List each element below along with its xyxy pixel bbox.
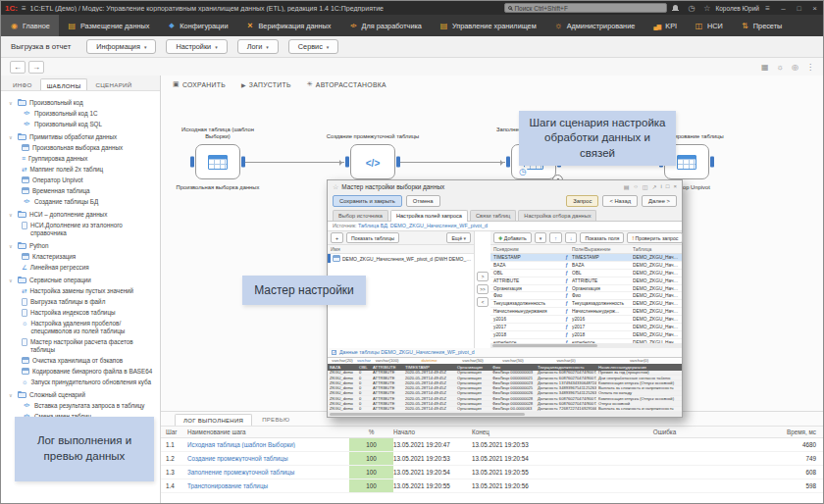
dialog-control-icon[interactable]: [624, 183, 630, 190]
next-button[interactable]: Далее >: [642, 195, 677, 207]
tree-item[interactable]: ∨ Настройка замены пустых значений: [3, 285, 158, 296]
add-field-dropdown[interactable]: ▾: [535, 232, 547, 243]
tree-item[interactable]: ∨ Кодирование бинарного файла в BASE64: [3, 366, 158, 377]
log-step-link[interactable]: Транспонирование таблицы: [187, 482, 349, 489]
field-row[interactable]: у2017 у2017 DEMO_ZKGU_Начисления_WF_pivo…: [490, 324, 682, 331]
flow-node-create-table[interactable]: [350, 144, 395, 179]
field-row[interactable]: OBL OBL DEMO_ZKGU_Начисления_WF_pivot_d: [490, 270, 682, 277]
field-row[interactable]: у2018 у2018 DEMO_ZKGU_Начисления_WF_pivo…: [490, 331, 682, 339]
window-control-icon[interactable]: [795, 4, 803, 13]
tree-item[interactable]: ∨ Временная таблица: [3, 185, 158, 196]
dialog-control-icon[interactable]: [633, 183, 639, 190]
tree-item[interactable]: ∨ НСИ – дополнение данных: [3, 209, 158, 220]
tree-item[interactable]: ∨ НСИ.Дополнение из эталонного справочни…: [3, 220, 158, 238]
column-header[interactable]: Начисленныеудержания: [596, 365, 682, 370]
dialog-control-icon[interactable]: [666, 183, 670, 190]
transfer-button[interactable]: <: [477, 297, 489, 307]
tree-item[interactable]: ∨ Настройка индексов таблицы: [3, 307, 158, 318]
main-menu-icon[interactable]: ≡: [22, 4, 26, 13]
menu-tab[interactable]: Администрирование: [545, 15, 644, 36]
tree-item[interactable]: ∨ Запуск принудительного обновления куба: [3, 377, 158, 387]
dialog-tab[interactable]: Связи таблиц: [470, 210, 516, 221]
flow-node-source-table[interactable]: [195, 144, 240, 179]
column-header[interactable]: Текущаязадолженность: [536, 365, 596, 370]
tree-item[interactable]: ∨ Python: [3, 240, 158, 251]
log-row[interactable]: 1.2 Создание промежуточной таблицы 100 1…: [161, 452, 823, 466]
menu-tab[interactable]: Конфигурации: [158, 15, 236, 36]
field-row[interactable]: BAZA BAZA DEMO_ZKGU_Начисления_WF_pivot_…: [490, 262, 682, 270]
dialog-tab[interactable]: Настройка отбора данных: [518, 210, 596, 221]
tree-item[interactable]: ∨ Сервисные операции: [3, 275, 158, 285]
column-header[interactable]: Фио: [490, 365, 536, 370]
tree-item[interactable]: ∨ Вставка результата запроса в таблицу: [3, 400, 158, 411]
log-row[interactable]: 1.4 Транспонирование таблицы 100 13.05.2…: [161, 479, 823, 493]
titlebar-icon[interactable]: [687, 4, 695, 13]
menu-tab[interactable]: Управление хранилищем: [431, 15, 545, 36]
move-up-button[interactable]: ↑: [549, 232, 562, 243]
toolbar-dropdown-button[interactable]: Логи▾: [237, 39, 279, 54]
table-row[interactable]: DEMO_ZKGU_Начисления_WF_pivot_d (DWH DEM…: [328, 254, 474, 263]
log-row[interactable]: 1.3 Заполнение промежуточной таблицы 100…: [161, 466, 823, 479]
field-row[interactable]: Текущаязадолженность Текущаязадолженност…: [490, 300, 682, 308]
checkbox-checked-icon[interactable]: [332, 350, 336, 355]
log-step-link[interactable]: Создание промежуточной таблицы: [187, 455, 349, 462]
tree-item[interactable]: ∨ Выгрузка таблицы в файл: [3, 296, 158, 307]
more-button[interactable]: Ещё ▾: [446, 232, 471, 243]
menu-tab[interactable]: Верификация данных: [236, 15, 339, 36]
window-control-icon[interactable]: [810, 4, 819, 13]
check-query-button[interactable]: ! Проверить запрос: [627, 232, 683, 243]
back-button[interactable]: < Назад: [602, 195, 638, 207]
field-row[interactable]: Организация Организация DEMO_ZKGU_Начисл…: [490, 285, 682, 293]
toolbar-dropdown-button[interactable]: Информация▾: [86, 39, 156, 54]
tree-item[interactable]: ∨ Группировка данных: [3, 153, 158, 164]
chevron-down-icon[interactable]: ∨: [9, 242, 15, 250]
field-row[interactable]: у2016 у2016 DEMO_ZKGU_Начисления_WF_pivo…: [490, 316, 682, 324]
nav-forward-button[interactable]: →: [28, 61, 44, 74]
menu-tab[interactable]: Главное: [1, 15, 59, 36]
transfer-button[interactable]: >>: [477, 284, 489, 294]
source-table-link[interactable]: Таблица БД. DEMO_ZKGU_Начисления_WF_pivo…: [358, 223, 488, 228]
tree-item[interactable]: ∨ Настройка удаления пробелов/ спецсимво…: [3, 318, 158, 336]
column-header[interactable]: BAZA: [328, 365, 357, 370]
menu-tab[interactable]: Пресеты: [732, 15, 791, 36]
chevron-down-icon[interactable]: ∨: [9, 133, 15, 141]
tree-item[interactable]: ∨ Очистка хранилища от бэкапов: [3, 355, 158, 366]
save-close-button[interactable]: Сохранить и закрыть: [333, 195, 402, 207]
chevron-down-icon[interactable]: ∨: [9, 391, 15, 399]
field-row[interactable]: Фио Фио DEMO_ZKGU_Начисления_WF_pivot_d: [490, 292, 682, 300]
field-row[interactable]: Начисленныеудержания Начисленныеудерж...…: [490, 308, 682, 316]
dialog-control-icon[interactable]: [661, 183, 662, 190]
menu-tab[interactable]: Размещение данных: [59, 15, 158, 36]
tree-item[interactable]: ∨ Произвольная выборка данных: [3, 142, 158, 153]
tree-item[interactable]: ∨ Оператор Unpivot: [3, 175, 158, 185]
chevron-down-icon[interactable]: ∨: [9, 211, 15, 219]
dialog-control-icon[interactable]: [673, 183, 677, 190]
column-header[interactable]: ATTRIBUTE: [371, 365, 403, 370]
tree-item[interactable]: ∨ Создание таблицы БД: [3, 196, 158, 207]
form-action-icon[interactable]: [761, 63, 769, 72]
menu-tab[interactable]: KPI: [644, 15, 686, 36]
canvas-action-button[interactable]: СОХРАНИТЬ: [173, 80, 226, 88]
log-tab[interactable]: ЛОГ ВЫПОЛНЕНИЯ: [175, 414, 252, 426]
move-down-button[interactable]: ↓: [565, 232, 578, 243]
dialog-tab[interactable]: Выбор источника: [333, 210, 388, 221]
tree-item[interactable]: ∨ Мастер настройки расчета фасетов табли…: [3, 336, 158, 355]
chevron-down-icon[interactable]: ∨: [9, 277, 15, 284]
tree-item[interactable]: ∨ Сложный сценарий: [3, 389, 158, 400]
dialog-tab[interactable]: Настройка полей запроса: [390, 210, 468, 222]
global-search[interactable]: [504, 3, 667, 13]
tree-item[interactable]: ∨ Маппинг полей 2х таблиц: [3, 164, 158, 175]
toolbar-dropdown-button[interactable]: Настройки▾: [166, 39, 227, 54]
titlebar-icon[interactable]: [671, 4, 680, 13]
tree-item[interactable]: ∨ Линейная регрессия: [3, 262, 158, 273]
report-export-button[interactable]: Выгрузка в отчет: [11, 42, 71, 51]
column-header[interactable]: Организация: [455, 365, 490, 370]
field-row[interactable]: TIMESTAMP TIMESTAMP DEMO_ZKGU_Начисления…: [490, 254, 682, 262]
menu-tab[interactable]: НСИ: [686, 15, 732, 36]
show-fields-button[interactable]: Показать поля: [580, 232, 624, 243]
nav-back-button[interactable]: ←: [10, 61, 26, 74]
tree-item[interactable]: ∨ Произвольный код: [3, 97, 158, 108]
add-table-button[interactable]: +: [331, 232, 343, 243]
preview-toggle[interactable]: Данные таблицы DEMO_ZKGU_Начисления_WF_p…: [328, 348, 682, 357]
horizontal-scrollbar[interactable]: [328, 412, 682, 417]
